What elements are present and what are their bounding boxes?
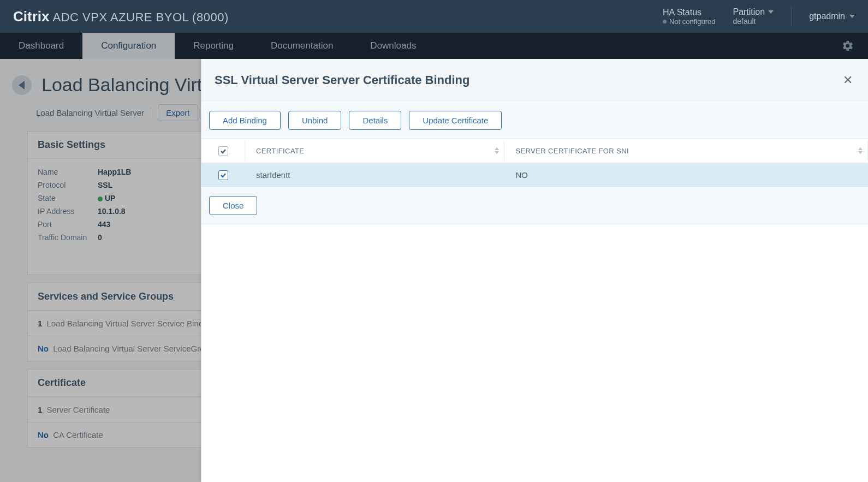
separator <box>151 108 151 118</box>
top-bar: Citrix ADC VPX AZURE BYOL (8000) HA Stat… <box>0 0 868 33</box>
service-binding-label: Load Balancing Virtual Server Service Bi… <box>47 319 205 328</box>
nav-dashboard[interactable]: Dashboard <box>0 33 82 59</box>
sort-icon <box>494 147 500 155</box>
ha-status-value: Not configured <box>669 17 716 26</box>
nav-reporting[interactable]: Reporting <box>175 33 252 59</box>
unbind-button[interactable]: Unbind <box>288 111 342 130</box>
user-name: gtpadmin <box>809 11 845 21</box>
close-button[interactable]: ✕ <box>841 71 855 90</box>
update-certificate-button[interactable]: Update Certificate <box>409 111 502 130</box>
binding-overlay: SSL Virtual Server Server Certificate Bi… <box>201 59 868 482</box>
overlay-title: SSL Virtual Server Server Certificate Bi… <box>215 73 469 87</box>
cell-certificate: starIdentt <box>245 165 504 185</box>
partition-label: Partition <box>733 7 765 17</box>
gear-icon <box>842 40 854 52</box>
back-button[interactable] <box>12 75 32 95</box>
label-name: Name <box>38 168 98 176</box>
sort-icon <box>858 147 863 155</box>
details-button[interactable]: Details <box>349 111 401 130</box>
ca-certificate-label: CA Certificate <box>53 430 103 439</box>
chevron-down-icon <box>768 10 774 14</box>
partition-selector[interactable]: Partition default <box>733 7 774 26</box>
server-certificate-count: 1 <box>38 405 42 414</box>
chevron-down-icon <box>849 15 855 18</box>
breadcrumb: Load Balancing Virtual Server <box>36 108 144 117</box>
service-binding-count: 1 <box>38 319 42 328</box>
page-title: Load Balancing Virtual <box>41 74 227 96</box>
nav-downloads[interactable]: Downloads <box>352 33 435 59</box>
label-ip: IP Address <box>38 207 98 216</box>
column-sni[interactable]: SERVER CERTIFICATE FOR SNI <box>504 141 868 160</box>
brand-name: Citrix <box>13 8 49 25</box>
nav-bar: Dashboard Configuration Reporting Docume… <box>0 33 868 59</box>
ha-status: HA Status Not configured <box>663 8 716 26</box>
brand-product: ADC VPX AZURE BYOL (8000) <box>52 10 228 25</box>
separator <box>791 6 792 27</box>
select-all-checkbox[interactable] <box>218 146 228 156</box>
partition-value: default <box>733 17 756 26</box>
cell-sni: NO <box>504 165 868 185</box>
close-icon: ✕ <box>843 73 853 87</box>
status-dot-icon <box>663 20 667 23</box>
server-certificate-label: Server Certificate <box>47 405 110 414</box>
user-menu[interactable]: gtpadmin <box>809 11 855 21</box>
bindings-table: CERTIFICATE SERVER CERTIFICATE FOR SNI <box>201 139 868 187</box>
add-binding-button[interactable]: Add Binding <box>209 111 281 130</box>
row-checkbox[interactable] <box>218 170 228 180</box>
arrow-left-icon <box>19 81 25 90</box>
close-overlay-button[interactable]: Close <box>209 196 257 215</box>
ca-certificate-count: No <box>38 430 49 439</box>
nav-configuration[interactable]: Configuration <box>82 33 175 59</box>
label-state: State <box>38 194 98 203</box>
checkmark-icon <box>220 172 227 178</box>
table-row[interactable]: starIdentt NO <box>201 163 868 187</box>
label-domain: Traffic Domain <box>38 233 98 242</box>
nav-documentation[interactable]: Documentation <box>252 33 352 59</box>
column-certificate[interactable]: CERTIFICATE <box>245 141 504 160</box>
export-button[interactable]: Export <box>158 104 198 121</box>
ha-status-label: HA Status <box>663 8 716 17</box>
brand: Citrix ADC VPX AZURE BYOL (8000) <box>13 8 229 25</box>
label-protocol: Protocol <box>38 181 98 189</box>
state-up-icon <box>98 197 103 201</box>
settings-button[interactable] <box>828 33 868 59</box>
service-group-label: Load Balancing Virtual Server ServiceGro… <box>53 344 209 353</box>
service-group-count: No <box>38 344 49 353</box>
label-port: Port <box>38 220 98 229</box>
checkmark-icon <box>220 148 227 154</box>
